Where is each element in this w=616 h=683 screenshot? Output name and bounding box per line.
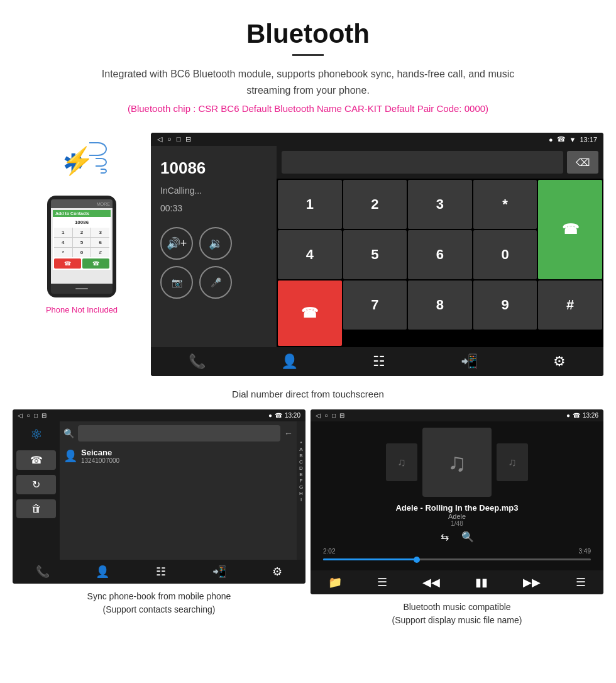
transfer-btn[interactable]: 📷 (160, 266, 193, 299)
signal-arc-medium (96, 158, 107, 167)
num-key-5[interactable]: 5 (343, 230, 407, 279)
nav-contacts-icon[interactable]: 👤 (281, 353, 298, 370)
phone-number-display: 10086 (54, 218, 109, 226)
pb-back-arrow-icon: ← (284, 428, 293, 438)
pb-search-input[interactable] (78, 425, 280, 441)
numpad-area: ⌫ 1 2 3 * ☎ 4 5 6 0 ☎ 7 8 9 # (277, 146, 603, 347)
nav-calls-icon[interactable]: 📞 (189, 353, 206, 370)
pb-refresh-btn[interactable]: ↻ (16, 475, 56, 494)
call-end-btn[interactable]: ☎ (278, 280, 342, 346)
pb-contact-item[interactable]: 👤 Seicane 13241007000 (63, 445, 293, 467)
num-key-7[interactable]: 7 (343, 280, 407, 330)
phone-key-1[interactable]: 1 (54, 228, 72, 237)
num-key-hash[interactable]: # (538, 280, 602, 330)
pb-alpha-I[interactable]: I (297, 497, 305, 503)
phone-key-0[interactable]: 0 (73, 248, 91, 257)
num-key-star[interactable]: * (473, 180, 537, 229)
music-prev-icon[interactable]: ◀◀ (422, 575, 440, 589)
title-divider (292, 54, 324, 56)
pb-nav-settings-icon[interactable]: ⚙ (272, 565, 282, 579)
phone-top-bar: MORE (51, 199, 113, 208)
phone-key-6[interactable]: 6 (91, 238, 109, 247)
album-art-main: ♫ (422, 428, 492, 497)
pb-contact-avatar-icon: 👤 (63, 449, 77, 463)
music-next-icon[interactable]: ▶▶ (523, 575, 541, 589)
num-key-8[interactable]: 8 (408, 280, 472, 330)
phone-key-2[interactable]: 2 (73, 228, 91, 237)
call-info-panel: 10086 InCalling... 00:33 🔊+ 🔉 📷 🎤 (151, 146, 277, 347)
car-back-icon: ◁ (157, 135, 162, 143)
album-art-small-right: ♫ (497, 443, 528, 481)
phone-key-star[interactable]: * (54, 248, 72, 257)
phonebook-caption-line1: Sync phone-book from mobile phone (87, 591, 231, 601)
music-recent-icon: □ (332, 412, 336, 419)
nav-dialpad-icon[interactable]: ​☷ (373, 353, 385, 370)
progress-area: 2:02 3:49 (317, 548, 597, 564)
bottom-screenshots: ◁ ○ □ ⊟ ● ☎ 13:20 ⚛ ☎ ↻ 🗑 (0, 409, 616, 627)
pb-alpha-B[interactable]: B (297, 453, 305, 458)
pb-alpha-G[interactable]: G (297, 484, 305, 490)
num-key-0[interactable]: 0 (473, 230, 537, 279)
shuffle-icon[interactable]: ⇆ (441, 531, 449, 543)
phone-home-bar (75, 288, 88, 289)
pb-alpha-A[interactable]: A (297, 447, 305, 452)
phone-key-hash[interactable]: # (91, 248, 109, 257)
search-music-icon[interactable]: 🔍 (461, 531, 474, 543)
music-caption: Bluetooth music compatible (Support disp… (311, 594, 603, 627)
num-key-9[interactable]: 9 (473, 280, 537, 330)
pb-time: 13:20 (285, 412, 300, 419)
phone-side: ✱ ⚡ MORE Add to Contacts 10086 1 2 (13, 126, 151, 314)
progress-bar[interactable] (323, 558, 591, 560)
num-key-2[interactable]: 2 (343, 180, 407, 229)
pb-delete-btn[interactable]: 🗑 (16, 499, 56, 518)
num-key-1[interactable]: 1 (278, 180, 342, 229)
music-screenshot-block: ◁ ○ □ ⊟ ● ☎ 13:26 ♫ ♫ ♫ Adele - (311, 409, 603, 627)
phone-key-3[interactable]: 3 (91, 228, 109, 237)
pb-alpha-F[interactable]: F (297, 478, 305, 484)
volume-up-btn[interactable]: 🔊+ (160, 227, 193, 260)
pb-search-row: 🔍 ← (63, 425, 293, 441)
pb-nav-transfer-icon[interactable]: 📲 (212, 565, 226, 579)
music-folder-icon[interactable]: 📁 (328, 575, 342, 589)
backspace-btn[interactable]: ⌫ (567, 151, 598, 174)
pb-alpha-H[interactable]: H (297, 491, 305, 496)
pb-alpha-D[interactable]: D (297, 465, 305, 471)
pb-nav-calls-icon[interactable]: 📞 (36, 565, 50, 579)
music-menu-icon: ⊟ (339, 412, 344, 419)
pb-nav-bar: 📞 👤 ☷ 📲 ⚙ (13, 560, 305, 584)
dial-input[interactable] (282, 151, 563, 174)
phone-key-4[interactable]: 4 (54, 238, 72, 247)
music-eq-icon[interactable]: ☰ (576, 575, 586, 589)
pb-menu-icon: ⊟ (41, 412, 47, 419)
pb-alpha-C[interactable]: C (297, 459, 305, 465)
music-play-pause-icon[interactable]: ▮▮ (475, 575, 488, 589)
pb-nav-dialpad-icon[interactable]: ☷ (156, 565, 166, 579)
phone-end-call-btn[interactable]: ☎ (54, 258, 81, 269)
pb-main-area: 🔍 ← 👤 Seicane 13241007000 (60, 421, 297, 560)
car-time: 13:17 (580, 136, 597, 143)
pb-call-icon: ☎ (275, 412, 282, 419)
phone-key-5[interactable]: 5 (73, 238, 91, 247)
pb-contact-name: Seicane (81, 448, 119, 457)
nav-settings-icon[interactable]: ⚙ (553, 353, 566, 370)
volume-down-btn[interactable]: 🔉 (199, 227, 232, 260)
pb-alpha-E[interactable]: E (297, 472, 305, 477)
pb-alphabet-list: * A B C D E F G H I (297, 421, 305, 560)
nav-transfer-icon[interactable]: 📲 (461, 353, 478, 370)
pb-phone-btn[interactable]: ☎ (16, 450, 56, 470)
call-accept-btn[interactable]: ☎ (538, 180, 602, 279)
pb-nav-contacts-icon[interactable]: 👤 (96, 565, 109, 579)
music-list-icon[interactable]: ☰ (377, 575, 387, 589)
progress-fill (323, 558, 417, 560)
music-caption-line2: (Support display music file name) (392, 615, 522, 625)
mute-btn[interactable]: 🎤 (199, 266, 232, 299)
num-key-6[interactable]: 6 (408, 230, 472, 279)
signal-waves-icon (89, 142, 107, 174)
music-back-icon: ◁ (316, 412, 321, 419)
num-key-3[interactable]: 3 (408, 180, 472, 229)
phone-call-btn[interactable]: ☎ (82, 258, 109, 269)
track-artist: Adele (395, 513, 518, 520)
car-recent-icon: □ (177, 135, 181, 143)
signal-arc-large (89, 142, 107, 156)
num-key-4[interactable]: 4 (278, 230, 342, 279)
